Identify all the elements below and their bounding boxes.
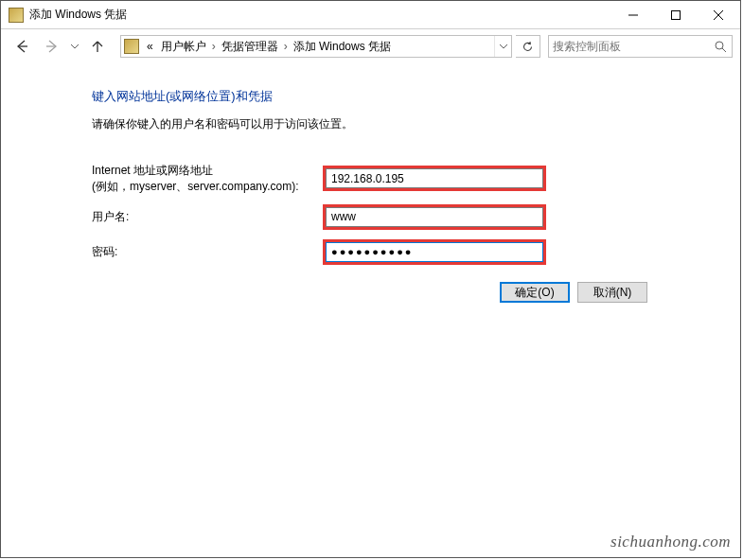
search-box[interactable] [548, 35, 733, 58]
password-label: 密码: [92, 244, 323, 260]
breadcrumb[interactable]: « 用户帐户 › 凭据管理器 › 添加 Windows 凭据 [143, 39, 494, 55]
password-input[interactable] [326, 242, 543, 262]
address-label: Internet 地址或网络地址 (例如，myserver、server.com… [92, 163, 323, 195]
ok-button[interactable]: 确定(O) [500, 282, 570, 303]
cancel-button[interactable]: 取消(N) [577, 282, 647, 303]
watermark: sichuanhong.com [610, 533, 731, 551]
breadcrumb-prefix: « [143, 40, 157, 53]
page-subtext: 请确保你键入的用户名和密码可以用于访问该位置。 [92, 116, 740, 132]
breadcrumb-item[interactable]: 添加 Windows 凭据 [290, 39, 395, 55]
navbar: « 用户帐户 › 凭据管理器 › 添加 Windows 凭据 [1, 29, 740, 63]
forward-button[interactable] [39, 33, 65, 60]
svg-line-2 [714, 10, 723, 20]
username-label: 用户名: [92, 209, 323, 225]
titlebar: 添加 Windows 凭据 [1, 1, 740, 29]
button-row: 确定(O) 取消(N) [500, 282, 647, 303]
breadcrumb-item[interactable]: 用户帐户 [157, 39, 210, 55]
address-bar[interactable]: « 用户帐户 › 凭据管理器 › 添加 Windows 凭据 [120, 35, 512, 58]
page-heading: 键入网站地址(或网络位置)和凭据 [92, 88, 740, 105]
address-input[interactable] [326, 168, 543, 188]
location-icon [124, 39, 139, 54]
history-dropdown[interactable] [69, 33, 80, 60]
address-dropdown[interactable] [494, 36, 511, 57]
up-button[interactable] [84, 33, 111, 60]
search-icon[interactable] [713, 41, 728, 53]
app-icon [9, 8, 24, 23]
username-input[interactable] [326, 207, 543, 227]
highlight-box [323, 204, 546, 230]
highlight-box [323, 239, 546, 265]
chevron-right-icon: › [210, 40, 218, 53]
svg-rect-1 [671, 10, 680, 19]
search-input[interactable] [553, 40, 713, 53]
refresh-button[interactable] [516, 35, 540, 58]
form-row-address: Internet 地址或网络地址 (例如，myserver、server.com… [92, 163, 740, 195]
breadcrumb-item[interactable]: 凭据管理器 [218, 39, 282, 55]
svg-line-3 [714, 10, 723, 20]
form-row-username: 用户名: [92, 204, 740, 230]
content-area: 键入网站地址(或网络位置)和凭据 请确保你键入的用户名和密码可以用于访问该位置。… [1, 63, 740, 265]
back-button[interactable] [9, 33, 35, 60]
form-row-password: 密码: [92, 239, 740, 265]
maximize-button[interactable] [654, 1, 697, 28]
chevron-right-icon: › [282, 40, 290, 53]
close-button[interactable] [697, 1, 740, 28]
minimize-button[interactable] [611, 1, 654, 28]
window-title: 添加 Windows 凭据 [29, 7, 611, 23]
svg-line-7 [722, 48, 726, 52]
svg-point-6 [716, 42, 723, 49]
highlight-box [323, 166, 546, 191]
